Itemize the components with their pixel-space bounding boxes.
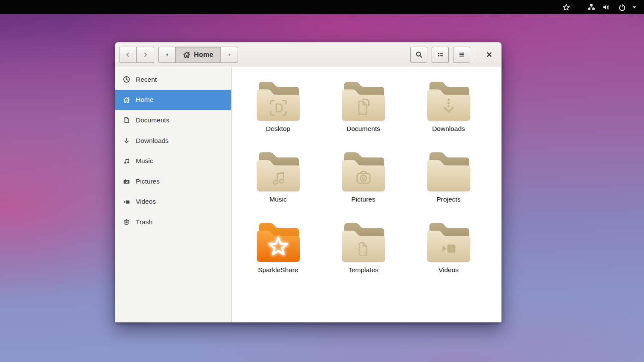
folder-sparkleshare[interactable]: SparkleShare [236, 220, 321, 291]
file-label: Videos [438, 266, 459, 274]
file-label: SparkleShare [258, 266, 298, 274]
folder-icon [341, 220, 386, 263]
document-icon [123, 116, 130, 124]
file-manager-window: Home [115, 42, 502, 323]
history-nav-group [119, 47, 154, 63]
file-label: Music [269, 196, 286, 203]
sidebar-label: Trash [136, 218, 152, 226]
folder-documents[interactable]: Documents [321, 79, 406, 150]
folder-icon [256, 150, 301, 193]
file-label: Templates [348, 266, 379, 274]
close-icon [486, 51, 492, 58]
clock-icon [123, 76, 130, 83]
path-next-button[interactable] [221, 47, 238, 63]
sidebar-item-home[interactable]: Home [115, 90, 231, 110]
hamburger-menu-icon [458, 51, 465, 58]
video-camera-icon [123, 198, 130, 205]
view-list-button[interactable] [432, 47, 449, 63]
folder-icon [256, 79, 301, 122]
file-label: Pictures [352, 196, 376, 203]
folder-projects[interactable]: Projects [406, 150, 491, 220]
folder-downloads[interactable]: Downloads [406, 79, 491, 150]
power-icon[interactable] [618, 0, 626, 14]
headerbar: Home [115, 42, 501, 67]
file-label: Projects [437, 196, 461, 203]
sidebar-item-recent[interactable]: Recent [115, 69, 231, 90]
back-button[interactable] [119, 47, 137, 63]
sidebar-label: Pictures [136, 178, 160, 185]
forward-button[interactable] [137, 47, 154, 63]
folder-icon-orange [256, 220, 301, 263]
sidebar-item-videos[interactable]: Videos [115, 192, 231, 212]
network-tree-icon[interactable] [587, 0, 595, 14]
system-top-bar [0, 0, 644, 14]
view-list-icon [437, 51, 444, 58]
folder-templates[interactable]: Templates [321, 220, 406, 291]
sidebar-item-trash[interactable]: Trash [115, 212, 231, 232]
location-label: Home [194, 51, 213, 59]
places-sidebar: Recent Home Do [115, 67, 232, 322]
folder-music[interactable]: Music [236, 150, 321, 220]
sidebar-label: Home [136, 96, 153, 104]
sidebar-label: Music [136, 157, 153, 165]
chevron-down-icon[interactable] [632, 0, 637, 14]
sidebar-label: Downloads [136, 137, 169, 145]
folder-pictures[interactable]: Pictures [321, 150, 406, 220]
folder-icon [341, 79, 386, 122]
trash-icon [123, 218, 130, 226]
folder-icon [426, 150, 471, 193]
music-notes-icon [123, 157, 130, 165]
sidebar-label: Documents [136, 116, 169, 124]
desktop-screen: Home [0, 0, 644, 362]
folder-videos[interactable]: Videos [406, 220, 491, 291]
home-icon [183, 51, 191, 59]
headerbar-separator [476, 48, 476, 61]
folder-desktop[interactable]: Desktop [236, 79, 321, 150]
file-label: Desktop [266, 125, 290, 133]
volume-icon[interactable] [602, 0, 611, 14]
location-home-button[interactable]: Home [176, 47, 221, 63]
sidebar-item-pictures[interactable]: Pictures [115, 171, 231, 192]
favorites-star-icon[interactable] [562, 0, 570, 14]
path-bar: Home [158, 47, 238, 63]
search-button[interactable] [410, 47, 427, 63]
sidebar-label: Recent [136, 76, 157, 83]
folder-icon [426, 79, 471, 122]
path-previous-button[interactable] [158, 47, 176, 63]
folder-icon [341, 150, 386, 193]
sidebar-label: Videos [136, 198, 156, 205]
file-label: Downloads [432, 125, 465, 133]
camera-icon [123, 178, 130, 185]
download-icon [123, 137, 130, 144]
sidebar-item-music[interactable]: Music [115, 151, 231, 171]
headerbar-actions [406, 47, 496, 63]
sidebar-item-downloads[interactable]: Downloads [115, 131, 231, 151]
file-grid: Desktop Documents [232, 67, 501, 322]
close-window-button[interactable] [482, 47, 496, 62]
sidebar-item-documents[interactable]: Documents [115, 110, 231, 131]
folder-icon [426, 220, 471, 263]
file-label: Documents [346, 125, 380, 133]
search-icon [415, 51, 423, 58]
window-body: Recent Home Do [115, 67, 501, 322]
menu-button[interactable] [453, 47, 470, 63]
home-icon [123, 96, 130, 104]
